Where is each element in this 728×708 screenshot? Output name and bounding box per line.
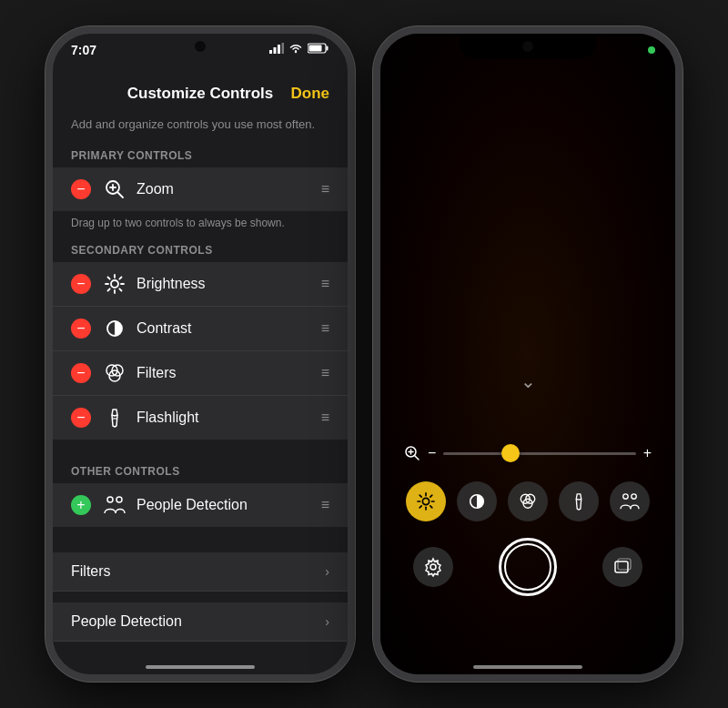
bottom-people-label: People Detection [71,613,325,630]
zoom-plus-label[interactable]: + [643,445,652,461]
svg-line-40 [420,506,421,508]
svg-line-29 [415,456,420,460]
zoom-icon [102,177,127,202]
other-controls-list: People Detection ≡ [53,483,348,527]
remove-brightness-button[interactable] [71,274,91,294]
svg-line-9 [117,192,123,197]
drag-handle-people[interactable]: ≡ [321,497,329,513]
svg-rect-48 [615,561,628,572]
remove-contrast-button[interactable] [71,319,91,339]
remove-zoom-button[interactable] [71,179,91,199]
brightness-ctrl-button[interactable] [406,481,446,521]
subtitle-text: Add and organize controls you use most o… [53,114,348,142]
svg-line-20 [108,288,110,290]
people-chevron: › [325,614,329,629]
remove-flashlight-button[interactable] [71,408,91,428]
svg-rect-1 [274,47,277,54]
people-detection-label: People Detection [136,497,321,513]
right-screen: ⌄ − + [380,34,675,674]
right-notch [460,34,596,59]
drag-handle-flashlight[interactable]: ≡ [321,410,329,426]
zoom-label: Zoom [136,181,321,197]
primary-note: Drag up to two controls to always be sho… [53,211,348,237]
drag-handle-filters[interactable]: ≡ [321,365,329,381]
primary-controls-header: PRIMARY CONTROLS [53,142,348,167]
svg-point-32 [422,498,429,504]
contrast-ctrl-button[interactable] [457,481,497,521]
shutter-button[interactable] [499,538,557,596]
svg-point-47 [430,564,436,570]
bottom-filters-item[interactable]: Filters › [53,552,348,592]
status-icons [269,43,329,54]
wifi-icon [288,43,303,54]
camera-view: ⌄ − + [380,34,675,674]
nav-bar: Customize Controls Done [53,74,348,114]
secondary-controls-list: Brightness ≡ Contrast ≡ [53,262,348,440]
people-ctrl-button[interactable] [610,481,650,521]
remove-filters-button[interactable] [71,363,91,383]
zoom-search-icon [404,445,420,461]
add-people-button[interactable] [71,495,91,515]
spacer-2 [53,592,348,602]
svg-point-45 [623,494,628,499]
svg-rect-3 [282,43,285,54]
primary-controls-list: Zoom ≡ [53,167,348,211]
right-notch-camera [522,41,533,52]
flashlight-item[interactable]: Flashlight ≡ [53,396,348,440]
list-item[interactable]: Zoom ≡ [53,167,348,211]
filters-item[interactable]: Filters ≡ [53,351,348,396]
svg-point-46 [632,494,636,499]
svg-rect-0 [269,50,272,54]
zoom-thumb[interactable] [501,444,520,462]
svg-rect-7 [309,46,322,52]
drag-handle-contrast[interactable]: ≡ [321,320,329,337]
chevron-up-icon[interactable]: ⌄ [521,370,536,392]
svg-line-19 [119,278,121,279]
separator-1 [53,440,348,458]
spacer [53,545,348,552]
svg-point-12 [111,280,118,288]
svg-line-17 [108,278,110,279]
zoom-bar: − + [389,436,666,470]
people-detection-item[interactable]: People Detection ≡ [53,483,348,527]
done-button[interactable]: Done [291,85,330,103]
contrast-icon [102,316,127,341]
home-indicator [146,665,255,669]
zoom-slider[interactable] [443,452,635,455]
gallery-button[interactable] [602,547,642,587]
left-screen: Customize Controls Done Add and organize… [53,74,348,674]
contrast-item[interactable]: Contrast ≡ [53,307,348,351]
separator-2 [53,527,348,545]
bottom-people-item[interactable]: People Detection › [53,602,348,642]
svg-point-4 [295,51,297,53]
notch-camera [195,41,206,52]
drag-handle[interactable]: ≡ [321,181,329,197]
filters-ctrl-button[interactable] [508,481,548,521]
flashlight-ctrl-button[interactable] [559,481,599,521]
settings-button[interactable] [413,547,453,587]
right-home-indicator [473,665,582,669]
drag-handle-brightness[interactable]: ≡ [321,276,329,292]
svg-line-38 [430,506,432,508]
brightness-icon [102,271,127,297]
shutter-row [389,532,666,602]
secondary-controls-header: SECONDARY CONTROLS [53,237,348,262]
svg-point-26 [107,497,113,502]
bottom-filters-label: Filters [71,563,325,580]
signal-icon [269,43,284,54]
flashlight-label: Flashlight [136,410,321,426]
phone-right: ⌄ − + [373,26,682,682]
svg-rect-2 [278,45,280,54]
green-recording-dot [648,46,655,54]
svg-line-39 [430,495,432,497]
zoom-minus-label[interactable]: − [428,445,436,461]
brightness-label: Brightness [136,276,321,292]
svg-rect-49 [618,559,631,570]
camera-controls-panel: − + [380,436,675,602]
flashlight-icon [102,405,127,430]
phone-left: 7:07 Customize Controls [46,26,355,682]
notch [132,34,268,59]
control-buttons-row [389,478,666,525]
brightness-item[interactable]: Brightness ≡ [53,262,348,307]
contrast-label: Contrast [136,320,321,337]
